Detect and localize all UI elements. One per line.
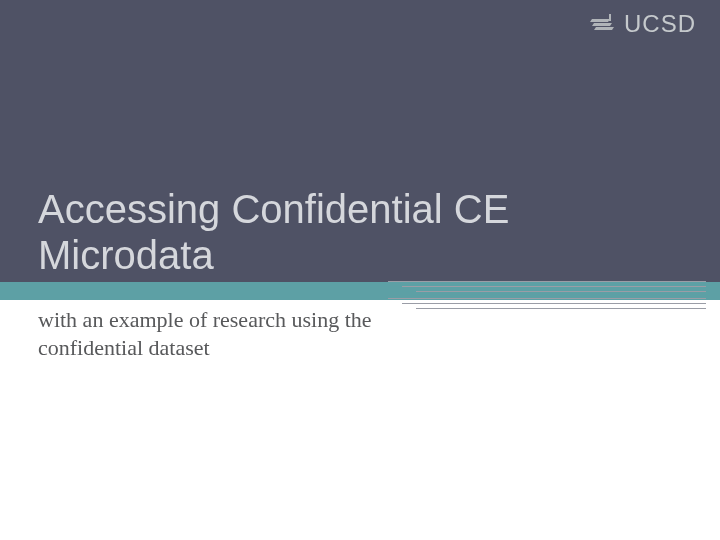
- decorative-line: [388, 281, 706, 282]
- decorative-line: [416, 291, 706, 292]
- top-panel: UCSD Accessing Confidential CE Microdata: [0, 0, 720, 282]
- decorative-line: [388, 298, 706, 299]
- logo-text: UCSD: [624, 10, 696, 38]
- slide-subtitle: with an example of research using the co…: [38, 306, 398, 361]
- institution-logo: UCSD: [590, 10, 696, 38]
- decorative-line: [416, 308, 706, 309]
- decorative-line: [402, 286, 706, 287]
- slide-title: Accessing Confidential CE Microdata: [38, 186, 638, 278]
- decorative-line: [402, 303, 706, 304]
- ship-icon: [590, 14, 618, 34]
- title-slide: UCSD Accessing Confidential CE Microdata…: [0, 0, 720, 540]
- svg-rect-0: [609, 14, 611, 21]
- decorative-lines: [388, 281, 708, 313]
